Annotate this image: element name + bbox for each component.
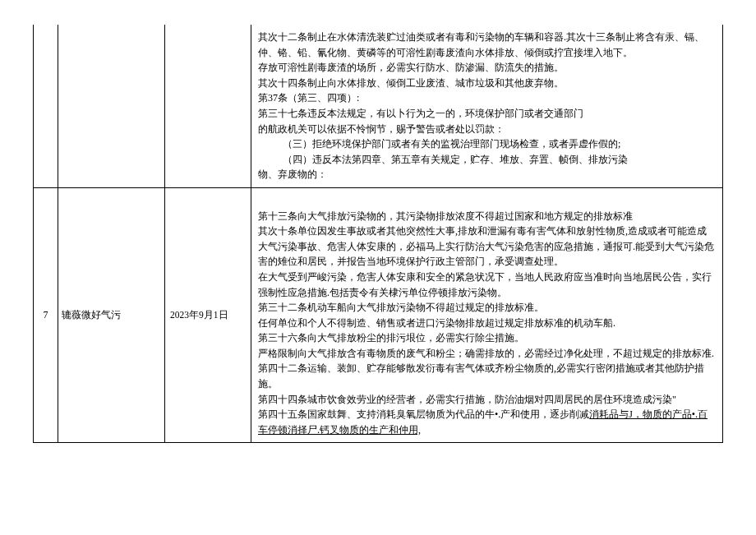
text: 其次十二条制止在水体清洗装贮过油类或者有毒和污染物的车辆和容器.其次十三条制止将… (258, 30, 716, 60)
indented-text: （三）拒绝环境保护部门或者有关的监视治理部门现场检查，或者弄虚作假的; (258, 136, 716, 152)
row-name: 辘薇微好气污 (58, 187, 165, 443)
text: 第37条（第三、四项）: (258, 90, 716, 106)
text-prefix: 第四十五条国家鼓舞、支持消耗臭氧层物质为代品的牛•.产和使用，逐步削减 (258, 408, 589, 420)
text: 物、弃废物的： (258, 167, 716, 182)
text: 严格限制向大气排放含有毒物质的废气和粉尘；确需排放的，必需经过净化处理，不超过规… (258, 346, 716, 362)
row-date: 2023年9月1日 (165, 187, 251, 443)
text: 任何单位和个人不得制造、销售或者进口污染物排放超过规定排放标准的机动车船. (258, 316, 716, 331)
row2-content: 第十三条向大气排放污染物的，其污染物排放浓度不得超过国家和地方规定的排放标准 其… (251, 187, 723, 443)
text: 在大气受到严峻污染，危害人体安康和安全的紧急状况下，当地人民政府应当准时向当地居… (258, 270, 716, 300)
text: 第三十六条向大气排放粉尘的排污垠位，必需实行除尘措施。 (258, 330, 716, 346)
text: 第四十二条运输、装卸、贮存能够散发衍毒有害气体或齐粉尘物质的,必需实行密闭措施或… (258, 361, 716, 391)
text: 第三十二条机动车船向大气排放污染物不得超过规定的排放标准。 (258, 300, 716, 316)
text: 其次十四条制止向水体排放、倾倒工业废渣、城市垃圾和其他废弃物。 (258, 76, 716, 91)
text: 第十三条向大气排放污染物的，其污染物排放浓度不得超过国家和地方规定的排放标准 (258, 209, 716, 224)
text: 第三十七条违反本法规定，有以卜行为之一的，环境保护部门或者交通部门 (258, 106, 716, 122)
text: 存放可溶性剧毒废渣的场所，必需实行防水、防渗漏、防流失的措施。 (258, 60, 716, 76)
indented-text: （四）违反本法第四章、第五章有关规定，贮存、堆放、弃置、帧倒、排放污染 (258, 152, 716, 168)
row1-content: 其次十二条制止在水体清洗装贮过油类或者有毒和污染物的车辆和容器.其次十三条制止将… (251, 25, 723, 187)
text: 第四十四条城市饮食效劳业的经营者，必需实行措施，防治油烟对四周居民的居住环境造成… (258, 392, 716, 408)
text: 其次十条单位因发生事故或者其他突然性大事,排放和泄漏有毒有害气体和放射性物质,造… (258, 224, 716, 270)
text: 的航政机关可以依据不怜悯节，赐予警告或者处以罚款： (258, 122, 716, 137)
row-number: 7 (34, 187, 58, 443)
text: 第四十五条国家鼓舞、支持消耗臭氧层物质为代品的牛•.产和使用，逐步削减消耗品与J… (258, 407, 716, 437)
